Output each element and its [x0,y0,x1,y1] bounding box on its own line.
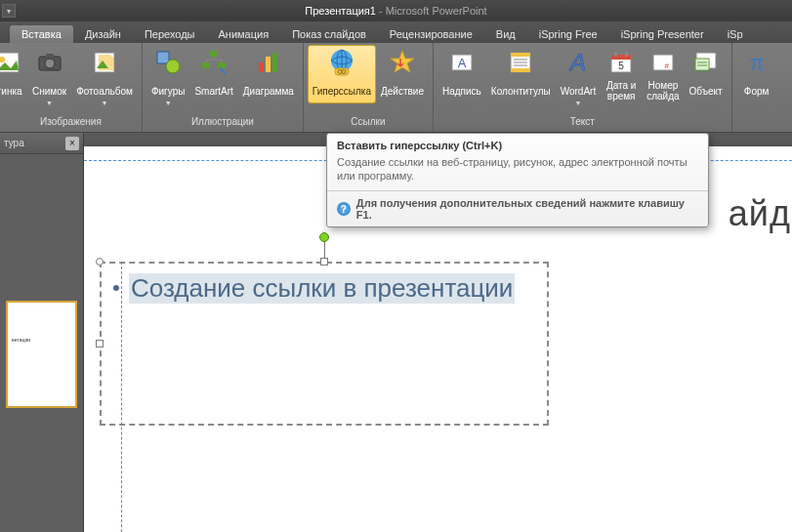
resize-handle-nw[interactable] [96,258,104,266]
hyperlink-tooltip: Вставить гиперссылку (Ctrl+K) Создание с… [326,133,709,227]
chevron-down-icon: ▼ [46,100,53,106]
guide-vertical [121,262,122,532]
rotation-handle[interactable] [319,232,329,242]
object-button[interactable]: Объект [685,45,728,103]
bullet-icon [113,285,119,291]
svg-rect-34 [625,52,628,57]
slide-thumbnails-panel: тура × ентации [0,133,84,532]
svg-text:5: 5 [618,61,624,71]
tab-transitions[interactable]: Переходы [133,25,207,43]
textbox-button[interactable]: A Надпись [438,45,486,103]
group-label-illustrations: Иллюстрации [146,116,299,132]
content-text[interactable]: Создание ссылки в презентации [129,273,515,304]
textbox-icon: A [446,47,478,78]
svg-marker-20 [391,51,414,72]
slidenumber-icon: # [647,47,679,78]
thumb-text: ентации [12,337,30,343]
screenshot-button[interactable]: Снимок ▼ [27,45,71,108]
group-label-symbols [736,116,760,132]
resize-handle-n[interactable] [320,258,328,266]
svg-rect-12 [259,62,264,72]
svg-rect-11 [218,62,226,68]
slide-thumbnail-1[interactable]: ентации [6,301,77,408]
tooltip-body: Создание ссылки на веб-страницу, рисунок… [327,155,708,190]
rotation-stem [324,240,325,258]
tab-ispring-presenter[interactable]: iSpring Presenter [609,25,716,43]
group-symbols: π Форм [732,43,764,132]
tab-ispring-cut[interactable]: iSp [716,25,755,43]
tooltip-footer: ? Для получения дополнительных сведений … [327,190,708,226]
svg-rect-38 [695,59,709,70]
title-placeholder-text[interactable]: айда [729,193,792,234]
picture-icon [0,47,22,78]
svg-point-8 [166,60,180,73]
hyperlink-button[interactable]: Гиперссылка [308,45,376,103]
wordart-icon: A [563,47,594,78]
svg-text:A: A [458,56,467,70]
shapes-icon [152,47,184,78]
globe-link-icon [326,47,357,78]
svg-point-3 [45,59,55,68]
title-sep: - [376,5,386,17]
svg-rect-14 [272,53,277,72]
quick-access-toolbar: ▾ [0,0,16,21]
close-icon[interactable]: × [65,137,79,150]
chart-icon [253,47,284,78]
thumbnails-tab-label[interactable]: тура [4,138,24,148]
calendar-icon: 5 [605,47,637,78]
svg-rect-13 [266,57,271,72]
action-button[interactable]: Действие [376,45,429,103]
photoalbum-icon [89,47,120,78]
svg-rect-7 [157,52,169,63]
tooltip-footer-text: Для получения дополнительных сведений на… [356,197,698,221]
chart-button[interactable]: Диаграмма [238,45,299,103]
svg-rect-25 [511,68,530,72]
title-bar: ▾ Презентация1 - Microsoft PowerPoint [0,0,792,21]
chevron-down-icon: ▼ [574,100,581,106]
smartart-icon [198,47,229,78]
group-text: A Надпись Колонтитулы A WordArt ▼ 5 Дата… [434,43,732,132]
headerfooter-icon [505,47,536,78]
equation-button[interactable]: π Форм [736,45,777,103]
datetime-button[interactable]: 5 Дата и время [601,45,642,103]
tab-slideshow[interactable]: Показ слайдов [280,25,378,43]
doc-name: Презентация1 [305,5,376,17]
tab-view[interactable]: Вид [484,25,527,43]
thumbnails-header: тура × [0,133,83,154]
group-label-links: Ссылки [308,116,429,132]
group-illustrations: Фигуры ▼ SmartArt Диаграмма Иллюстрации [143,43,304,132]
tab-ispring-free[interactable]: iSpring Free [527,25,609,43]
ribbon: ртинка Снимок ▼ Фотоальбом ▼ Изображения… [0,43,792,133]
qat-customize-icon[interactable]: ▾ [2,4,16,18]
smartart-button[interactable]: SmartArt [189,45,237,103]
svg-rect-33 [614,52,617,57]
chevron-down-icon: ▼ [165,100,172,106]
group-links: Гиперссылка Действие Ссылки [304,43,434,132]
tab-design[interactable]: Дизайн [73,25,133,43]
svg-text:π: π [749,51,764,75]
camera-icon [34,47,65,78]
group-label-images: Изображения [4,116,138,132]
action-icon [387,47,418,78]
ribbon-tabs: Вставка Дизайн Переходы Анимация Показ с… [0,21,792,43]
picture-button[interactable]: ртинка [0,45,27,103]
slidenumber-button[interactable]: # Номер слайда [642,45,684,103]
tooltip-title: Вставить гиперссылку (Ctrl+K) [327,134,708,155]
headerfooter-button[interactable]: Колонтитулы [486,45,556,103]
tab-review[interactable]: Рецензирование [378,25,484,43]
content-text-frame[interactable]: Создание ссылки в презентации [100,262,549,426]
app-name: Microsoft PowerPoint [386,5,487,17]
window-title: Презентация1 - Microsoft PowerPoint [305,5,486,17]
object-icon [690,47,722,78]
tab-insert[interactable]: Вставка [10,25,73,43]
group-label-text: Текст [438,116,728,132]
svg-rect-10 [202,62,210,68]
tab-animations[interactable]: Анимация [206,25,280,43]
group-images: ртинка Снимок ▼ Фотоальбом ▼ Изображения [0,43,143,132]
resize-handle-w[interactable] [96,340,104,348]
shapes-button[interactable]: Фигуры ▼ [146,45,189,108]
photoalbum-button[interactable]: Фотоальбом ▼ [71,45,138,108]
wordart-button[interactable]: A WordArt ▼ [556,45,602,108]
svg-rect-9 [210,51,218,57]
svg-rect-35 [653,55,673,70]
